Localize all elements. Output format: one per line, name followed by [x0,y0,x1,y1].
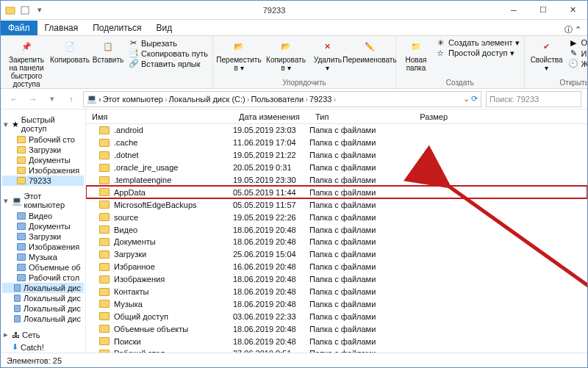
nav-item[interactable]: Локальный дис [2,283,84,293]
paste-shortcut-button[interactable]: 🔗Вставить ярлык [129,59,208,68]
nav-item[interactable]: Документы [2,155,84,165]
table-row[interactable]: .cache11.06.2019 17:04Папка с файлами [86,137,587,149]
ribbon-group-organize: 📂Переместить в ▾ 📂Копировать в ▾ ✕Удалит… [213,36,396,88]
nav-item[interactable]: Рабочий стол [2,273,84,283]
nav-item[interactable]: Видео [2,211,84,221]
breadcrumb[interactable]: 💻› Этот компьютер› Локальный диск (C:)› … [83,91,481,107]
nav-network[interactable]: ▸🖧 Сеть [2,328,84,341]
table-row[interactable]: .dotnet19.05.2019 21:22Папка с файлами [86,149,587,162]
breadcrumb-item[interactable]: Этот компьютер› [103,95,168,104]
copy-to-button[interactable]: 📂Копировать в ▾ [265,38,307,72]
table-row[interactable]: Объемные объекты18.06.2019 20:48Папка с … [86,322,587,335]
copy-button[interactable]: 📄Копировать [52,38,87,64]
new-folder-button[interactable]: 📁Новая папка [401,38,431,72]
folder-icon [99,226,110,234]
nav-item[interactable]: Документы [2,221,84,231]
table-row[interactable]: Поиски18.06.2019 20:48Папка с файлами [86,335,587,347]
table-row[interactable]: Музыка18.06.2019 20:48Папка с файлами [86,297,587,310]
table-row[interactable]: Рабочий стол27.06.2019 0:51Папка с файла… [86,347,587,353]
close-button[interactable]: ✕ [558,1,587,20]
nav-item[interactable]: Рабочий сто [2,134,84,145]
history-button[interactable]: 🕘Журнал [569,59,588,68]
pin-quickaccess-button[interactable]: 📌Закрепить на панели быстрого доступа [5,38,48,88]
table-row[interactable]: source19.05.2019 22:26Папка с файлами [86,211,587,223]
breadcrumb-item[interactable]: Локальный диск (C:)› [169,95,250,104]
ribbon-collapse-button[interactable]: ⓘ ⌃ [556,24,587,35]
cut-button[interactable]: ✂Вырезать [129,38,208,48]
folder-icon [99,164,110,172]
address-bar: ← → ▾ ↑ 💻› Этот компьютер› Локальный дис… [1,89,587,109]
breadcrumb-item[interactable]: 79233› [309,95,336,104]
copy-path-button[interactable]: 📑Скопировать путь [129,48,208,58]
nav-back-button[interactable]: ← [7,92,21,107]
folder-icon [99,325,110,333]
col-date[interactable]: Дата изменения [233,112,309,121]
nav-tree[interactable]: ▾★ Быстрый доступ Рабочий стоЗагрузкиДок… [1,109,86,353]
col-size[interactable]: Размер [395,112,453,121]
table-row[interactable]: Видео18.06.2019 20:48Папка с файлами [86,223,587,236]
col-name[interactable]: Имя [86,112,233,121]
edit-button[interactable]: ✎Изменить [569,48,588,58]
nav-item[interactable]: Загрузки [2,231,84,242]
nav-up-button[interactable]: ↑ [64,92,79,107]
refresh-button[interactable]: ⟳ [471,94,478,104]
nav-item[interactable]: Объемные об [2,262,84,273]
table-row[interactable]: MicrosoftEdgeBackups05.05.2019 11:57Папк… [86,198,587,211]
folder-icon [99,250,110,259]
nav-item[interactable]: 79233 [2,176,84,186]
nav-recent-button[interactable]: ▾ [45,92,60,107]
breadcrumb-item[interactable]: Пользователи› [251,95,307,104]
folder-icon [99,350,110,353]
rename-button[interactable]: ✏️Переименовать [348,38,391,64]
folder-icon [99,126,110,134]
qat-more-icon[interactable]: ▾ [35,5,45,15]
svg-rect-0 [6,7,15,14]
folder-icon [5,5,15,15]
nav-forward-button[interactable]: → [26,92,40,107]
folder-icon [99,201,110,209]
search-input[interactable]: Поиск: 79233 [486,91,581,107]
props-qat-icon[interactable] [20,5,30,15]
table-row[interactable]: Загрузки25.06.2019 15:04Папка с файлами [86,248,587,261]
table-row[interactable]: Избранное16.06.2019 20:48Папка с файлами [86,261,587,273]
nav-catch[interactable]: ⬇ Catch! [2,341,84,353]
folder-icon [99,176,110,184]
nav-item[interactable]: Изображения [2,242,84,252]
table-row[interactable]: Контакты18.06.2019 20:48Папка с файлами [86,286,587,298]
new-item-button[interactable]: ✳Создать элемент ▾ [436,38,520,48]
table-row[interactable]: .oracle_jre_usage20.05.2019 0:31Папка с … [86,162,587,174]
table-row[interactable]: Документы18.06.2019 20:48Папка с файлами [86,236,587,248]
tab-share[interactable]: Поделиться [85,21,148,35]
column-headers[interactable]: Имя Дата изменения Тип Размер [86,109,587,124]
nav-item[interactable]: Локальный дис [2,303,84,314]
easy-access-button[interactable]: ☆Простой доступ ▾ [436,48,520,58]
tab-view[interactable]: Вид [148,21,179,35]
table-row[interactable]: .templateengine19.05.2019 23:30Папка с ф… [86,174,587,187]
nav-quick-access[interactable]: ▾★ Быстрый доступ [2,114,84,134]
ribbon-group-new: 📁Новая папка ✳Создать элемент ▾ ☆Простой… [396,36,525,88]
tab-home[interactable]: Главная [37,21,86,35]
folder-icon [99,300,110,308]
open-button[interactable]: ▶Открыть ▾ [569,38,588,48]
col-type[interactable]: Тип [309,112,395,121]
tab-file[interactable]: Файл [1,21,37,35]
nav-item[interactable]: Локальный дис [2,314,84,324]
nav-item[interactable]: Музыка [2,252,84,262]
status-bar: Элементов: 25 [1,353,587,367]
minimize-button[interactable]: ─ [499,1,528,20]
delete-button[interactable]: ✕Удалить ▾ [312,38,344,72]
folder-icon [99,213,110,221]
properties-button[interactable]: ✔Свойства ▾ [529,38,564,72]
nav-item[interactable]: Изображения [2,165,84,176]
nav-this-pc[interactable]: ▾💻 Этот компьютер [2,190,84,211]
nav-item[interactable]: Локальный дис [2,293,84,303]
move-to-button[interactable]: 📂Переместить в ▾ [218,38,260,72]
table-row[interactable]: .android19.05.2019 23:03Папка с файлами [86,124,587,137]
addr-dropdown-button[interactable]: ⌄ [463,94,470,104]
table-row[interactable]: AppData05.05.2019 11:44Папка с файлами [86,186,587,198]
paste-button[interactable]: 📋Вставить [92,38,124,64]
table-row[interactable]: Изображения18.06.2019 20:48Папка с файла… [86,273,587,286]
table-row[interactable]: Общий доступ03.06.2019 22:33Папка с файл… [86,310,587,322]
maximize-button[interactable]: ☐ [528,1,558,20]
nav-item[interactable]: Загрузки [2,145,84,155]
